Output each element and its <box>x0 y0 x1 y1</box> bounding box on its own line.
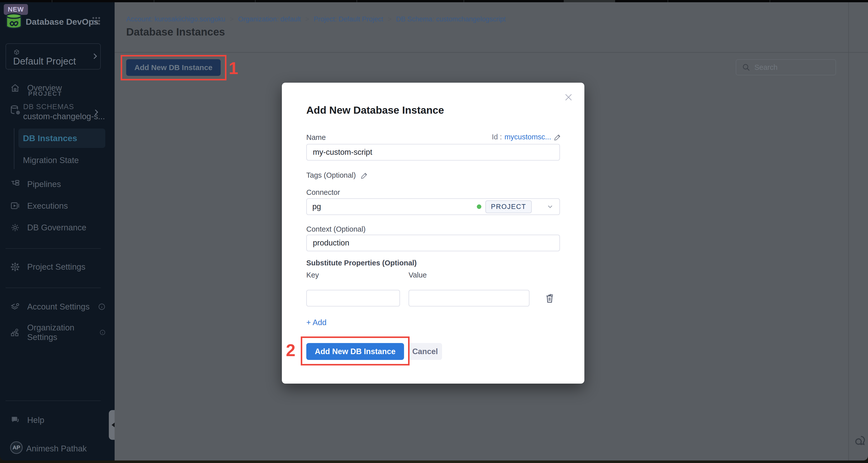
sidebar-item-label: DB Governance <box>27 223 86 232</box>
sidebar-item-executions[interactable]: Executions <box>10 201 106 211</box>
annotation-box-1 <box>121 55 226 80</box>
divider <box>5 248 101 249</box>
context-input[interactable] <box>306 235 560 251</box>
page-title: Database Instances <box>126 26 225 38</box>
pipelines-icon <box>10 179 20 189</box>
sidebar: NEW Database DevOps PROJECT Default Proj… <box>0 2 115 461</box>
id-label: Id : <box>492 133 502 141</box>
sidebar-item-label: Organization Settings <box>27 323 92 342</box>
gear-icon <box>10 262 20 272</box>
sidebar-item-account-settings[interactable]: Account Settings <box>10 302 106 312</box>
trash-icon[interactable] <box>544 292 555 304</box>
substitute-properties-label: Substitute Properties (Optional) <box>306 259 416 267</box>
project-card-name: Default Project <box>13 56 76 67</box>
breadcrumb-project-link[interactable]: Project: Default Project <box>314 16 383 23</box>
desktop-wallpaper-sliver <box>0 461 868 463</box>
name-label: Name <box>306 133 326 142</box>
sidebar-item-db-governance[interactable]: DB Governance <box>10 223 106 233</box>
account-settings-icon <box>10 302 20 312</box>
divider <box>5 288 101 288</box>
chevron-right-icon <box>92 108 100 116</box>
sidebar-item-label: DB Instances <box>23 133 77 143</box>
browser-tab-strip <box>0 0 868 2</box>
edit-pencil-icon[interactable] <box>361 171 369 179</box>
sidebar-item-label: Help <box>27 415 44 425</box>
sidebar-item-label: Executions <box>27 201 68 211</box>
id-value-link[interactable]: mycustomsc... <box>504 133 551 141</box>
breadcrumb: Account: kurosakiichigo.songoku > Organi… <box>126 16 505 23</box>
connector-select[interactable]: pg PROJECT <box>306 198 560 215</box>
avatar[interactable]: AP <box>10 441 23 454</box>
cancel-button[interactable]: Cancel <box>408 343 442 360</box>
db-governance-icon <box>10 223 20 233</box>
context-label: Context (Optional) <box>306 225 366 233</box>
chevron-down-icon <box>546 203 554 210</box>
close-icon[interactable] <box>563 92 574 102</box>
sidebar-item-label: Migration State <box>23 155 79 165</box>
divider <box>115 52 868 53</box>
annotation-box-2 <box>301 337 409 366</box>
connector-status-dot <box>477 204 482 209</box>
sidebar-item-organization-settings[interactable]: Organization Settings <box>10 323 106 342</box>
breadcrumb-schema-link[interactable]: DB Schema: customchangelogscript <box>396 16 505 23</box>
breadcrumb-account-link[interactable]: Account: kurosakiichigo.songoku <box>126 16 225 23</box>
search-box[interactable] <box>736 59 836 75</box>
sidebar-item-label: Account Settings <box>27 302 90 312</box>
user-name: Animesh Pathak <box>26 444 87 454</box>
sidebar-item-migration-state[interactable]: Migration State <box>23 155 79 165</box>
key-column-label: Key <box>306 271 319 279</box>
info-icon[interactable] <box>98 303 106 311</box>
sidebar-item-label: Project Settings <box>27 262 85 272</box>
scrollbar[interactable] <box>848 2 849 461</box>
sidebar-item-pipelines[interactable]: Pipelines <box>10 179 106 189</box>
help-chat-icon: ? <box>10 415 20 425</box>
organization-settings-icon <box>10 327 20 338</box>
value-input[interactable] <box>408 290 529 307</box>
executions-icon <box>10 201 20 211</box>
annotation-number-1: 1 <box>229 58 238 78</box>
sidebar-item-db-schemas[interactable]: DB SCHEMAS <box>23 103 74 111</box>
breadcrumb-separator: > <box>388 16 392 23</box>
sidebar-item-label: Pipelines <box>27 179 61 189</box>
add-property-link[interactable]: + Add <box>306 318 327 327</box>
sidebar-item-help[interactable]: ? Help <box>10 415 101 425</box>
name-input[interactable] <box>306 144 560 161</box>
modal-title: Add New Database Instance <box>306 104 444 116</box>
connector-value: pg <box>312 202 321 211</box>
connector-scope-badge: PROJECT <box>485 200 532 213</box>
divider <box>5 401 101 401</box>
value-column-label: Value <box>408 271 427 279</box>
project-cube-icon <box>13 49 20 56</box>
database-devops-logo-icon <box>5 13 22 29</box>
breadcrumb-separator: > <box>305 16 309 23</box>
annotation-number-2: 2 <box>286 340 296 360</box>
sidebar-item-label: Overview <box>27 83 62 93</box>
chevron-right-icon <box>91 52 99 60</box>
breadcrumb-separator: > <box>230 16 234 23</box>
svg-text:?: ? <box>13 417 16 421</box>
search-input[interactable] <box>754 63 830 71</box>
add-db-instance-modal: Add New Database Instance Name Id : mycu… <box>282 83 584 384</box>
app-switcher-grid-icon[interactable] <box>91 16 101 26</box>
key-input[interactable] <box>306 290 400 307</box>
info-icon[interactable] <box>99 328 106 337</box>
chat-support-icon[interactable] <box>852 434 867 448</box>
sidebar-item-db-instances[interactable]: DB Instances <box>19 128 105 148</box>
edit-pencil-icon[interactable] <box>554 133 562 141</box>
breadcrumb-org-link[interactable]: Organization: default <box>238 16 301 23</box>
sidebar-item-project-settings[interactable]: Project Settings <box>10 262 106 272</box>
project-selector-card[interactable]: PROJECT Default Project <box>5 44 101 69</box>
tags-label: Tags (Optional) <box>306 171 356 179</box>
nav-tree-line <box>14 128 14 169</box>
connector-label: Connector <box>306 188 340 197</box>
sidebar-item-overview[interactable]: Overview <box>10 83 106 93</box>
search-icon <box>742 63 750 71</box>
db-schemas-icon <box>9 105 21 116</box>
tags-row: Tags (Optional) <box>306 171 369 179</box>
app-title: Database DevOps <box>26 17 98 27</box>
id-row: Id : mycustomsc... <box>492 133 562 141</box>
app-window: NEW Database DevOps PROJECT Default Proj… <box>0 2 868 461</box>
home-icon <box>10 83 20 93</box>
